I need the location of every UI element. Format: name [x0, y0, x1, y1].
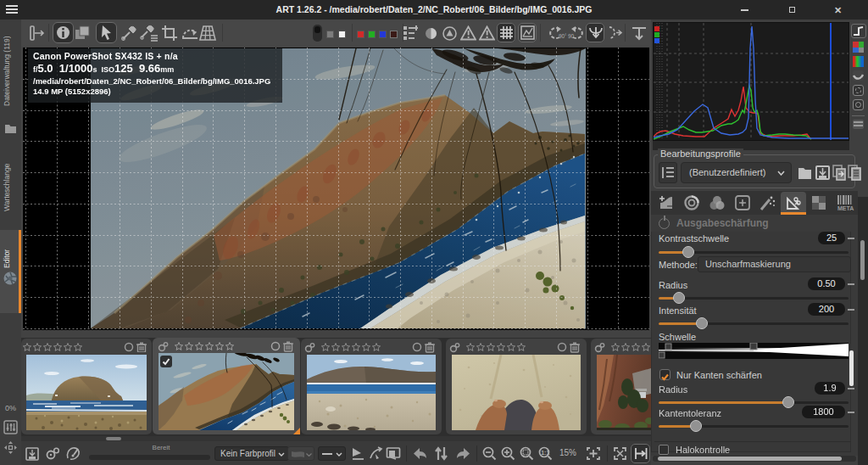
svg-text:90: 90 — [568, 33, 575, 39]
svg-text:1:1: 1:1 — [541, 450, 549, 456]
svg-text:90°: 90° — [559, 33, 566, 39]
svg-text:META: META — [837, 205, 854, 211]
